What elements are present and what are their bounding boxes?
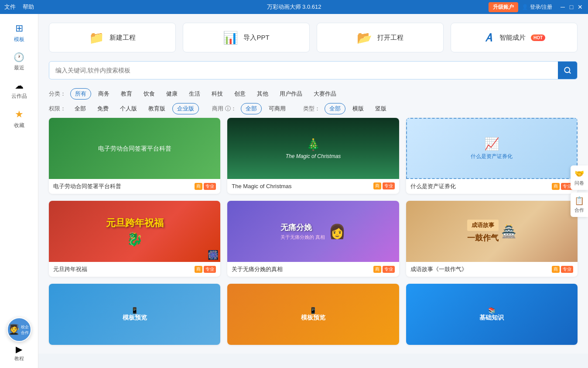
template-card-2[interactable]: 🎄 The Magic of Christmas The Magic of Ch… [227, 118, 399, 194]
filter-comm-all[interactable]: 全部 [241, 103, 262, 114]
type-filter-label: 类型： [303, 105, 320, 113]
search-input[interactable] [49, 62, 558, 78]
template-thumb-4: 元旦跨年祝福 🐉 🎆 [49, 201, 220, 262]
sidebar-item-cloud[interactable]: ☁ 云作品 [0, 77, 38, 103]
survey-button[interactable]: 🤝 问卷 [571, 165, 588, 190]
search-icon [564, 66, 571, 74]
filter-perm-enterprise[interactable]: 企业版 [172, 103, 199, 114]
import-ppt-label: 导入PPT [243, 34, 269, 42]
main-layout: ⊞ 模板 🕐 最近 ☁ 云作品 ★ 收藏 🧑‍🎓 校企合作 ▶ 教程 [0, 14, 588, 368]
filter-perm-edu[interactable]: 教育版 [144, 103, 170, 114]
badge-group-4: 商 专业 [195, 266, 216, 273]
login-label: 登录/注册 [530, 3, 552, 11]
upgrade-button[interactable]: 升级账户 [489, 2, 518, 12]
badge-pro-6: 专业 [561, 266, 573, 273]
filter-perm-personal[interactable]: 个人版 [116, 103, 141, 114]
sidebar-item-favorites[interactable]: ★ 收藏 [0, 105, 38, 133]
template-thumb-6: 成语故事 一鼓作气 🏯 [406, 201, 578, 262]
template-thumb-1: 电子劳动合同签署平台科普 [49, 118, 220, 179]
titlebar: 文件 帮助 万彩动画大师 3.0.612 升级账户 👤 登录/注册 ─ □ ✕ [0, 0, 588, 14]
template-card-1[interactable]: 电子劳动合同签署平台科普 电子劳动合同签署平台科普 商 专业 [49, 118, 220, 194]
sidebar-label-cloud: 云作品 [11, 93, 27, 100]
ai-generate-button[interactable]: Ａ 智能成片 HOT [451, 23, 578, 52]
sidebar-item-tutorial[interactable]: ▶ 教程 [0, 341, 38, 365]
login-button[interactable]: 👤 登录/注册 [522, 3, 552, 11]
minimize-button[interactable]: ─ [559, 3, 566, 10]
template-card-7[interactable]: 📱模板预览 [49, 284, 220, 345]
open-project-label: 打开工程 [377, 34, 403, 42]
template-card-4[interactable]: 元旦跨年祝福 🐉 🎆 元旦跨年祝福 商 专业 [49, 201, 220, 277]
template-thumb-8: 📱模板预览 [227, 284, 399, 345]
help-menu[interactable]: 帮助 [23, 3, 34, 11]
filter-type-portrait[interactable]: 竖版 [371, 103, 391, 114]
template-title-5: 关于无痛分娩的真相 [232, 265, 373, 273]
filter-type-all[interactable]: 全部 [325, 103, 345, 114]
filter-type-landscape[interactable]: 横版 [348, 103, 368, 114]
permission-filter-row: 权限： 全部 免费 个人版 教育版 企业版 商用 ⓘ： 全部 可商用 类型： 全… [49, 103, 578, 114]
app-title: 万彩动画大师 3.0.612 [267, 3, 321, 11]
filter-cat-food[interactable]: 饮食 [139, 89, 159, 99]
filter-cat-health[interactable]: 健康 [162, 89, 182, 99]
sidebar-item-template[interactable]: ⊞ 模板 [0, 19, 38, 47]
tutorial-icon: ▶ [16, 344, 22, 354]
sidebar-item-recent[interactable]: 🕐 最近 [0, 48, 38, 75]
new-project-button[interactable]: 📁 新建工程 [49, 23, 176, 52]
svg-line-1 [569, 72, 570, 73]
template-title-4: 元旦跨年祝福 [53, 265, 195, 273]
filter-cat-education[interactable]: 教育 [116, 89, 137, 99]
recent-icon: 🕐 [14, 52, 24, 62]
template-card-5[interactable]: 无痛分娩 关于无痛分娩的 真相 👩 关于无痛分娩的真相 商 专业 [227, 201, 399, 277]
campus-button[interactable]: 🧑‍🎓 校企合作 [7, 317, 31, 342]
badge-group-5: 商 专业 [373, 266, 395, 273]
template-card-3[interactable]: 📈 什么是资产证券化 什么是资产证券化 商 专业 [406, 118, 578, 194]
survey-icon: 🤝 [574, 169, 584, 179]
close-button[interactable]: ✕ [577, 3, 584, 10]
template-card-6[interactable]: 成语故事 一鼓作气 🏯 成语故事《一鼓作气》 商 专业 [406, 201, 578, 277]
template-info-5: 关于无痛分娩的真相 商 专业 [227, 262, 399, 277]
badge-shang-4: 商 [195, 266, 202, 273]
template-thumb-2: 🎄 The Magic of Christmas [227, 118, 399, 179]
import-ppt-icon: 📊 [223, 31, 238, 45]
collab-button[interactable]: 📋 合作 [571, 193, 588, 217]
sidebar-label-template: 模板 [14, 36, 24, 43]
cloud-icon: ☁ [15, 80, 24, 91]
titlebar-menus: 文件 帮助 [4, 3, 34, 11]
hot-badge: HOT [531, 34, 545, 41]
sidebar: ⊞ 模板 🕐 最近 ☁ 云作品 ★ 收藏 🧑‍🎓 校企合作 ▶ 教程 [0, 14, 38, 368]
titlebar-right: 升级账户 👤 登录/注册 ─ □ ✕ [489, 2, 584, 12]
badge-group-1: 商 专业 [195, 183, 216, 190]
open-project-button[interactable]: 📂 打开工程 [317, 23, 444, 52]
template-thumb-7: 📱模板预览 [49, 284, 220, 345]
filter-cat-life[interactable]: 生活 [185, 89, 205, 99]
badge-group-3: 商 专业 [552, 183, 573, 190]
permission-filter-label: 权限： [49, 105, 66, 113]
template-card-8[interactable]: 📱模板预览 [227, 284, 399, 345]
commercial-filter-label: 商用 ⓘ： [212, 105, 236, 113]
filter-cat-contest[interactable]: 大赛作品 [309, 89, 341, 99]
template-grid: 电子劳动合同签署平台科普 电子劳动合同签署平台科普 商 专业 [49, 118, 578, 345]
filter-comm-commercial[interactable]: 可商用 [264, 103, 290, 114]
filter-perm-free[interactable]: 免费 [93, 103, 113, 114]
template-info-3: 什么是资产证券化 商 专业 [406, 179, 578, 194]
badge-pro-4: 专业 [204, 266, 216, 273]
filter-cat-creative[interactable]: 创意 [230, 89, 250, 99]
sidebar-label-recent: 最近 [14, 64, 24, 72]
filter-cat-all[interactable]: 所有 [70, 88, 91, 100]
filter-cat-business[interactable]: 商务 [94, 89, 114, 99]
maximize-button[interactable]: □ [568, 3, 575, 10]
filter-perm-all[interactable]: 全部 [70, 103, 90, 114]
filter-cat-other[interactable]: 其他 [253, 89, 273, 99]
category-filter-row: 分类： 所有 商务 教育 饮食 健康 生活 科技 创意 其他 用户作品 大赛作品 [49, 88, 578, 100]
filter-cat-user[interactable]: 用户作品 [275, 89, 307, 99]
filter-cat-tech[interactable]: 科技 [207, 89, 227, 99]
file-menu[interactable]: 文件 [4, 3, 16, 11]
template-info-6: 成语故事《一鼓作气》 商 专业 [406, 262, 578, 277]
search-button[interactable] [558, 62, 577, 79]
template-card-9[interactable]: 📚基础知识 [406, 284, 578, 345]
template-thumb-5: 无痛分娩 关于无痛分娩的 真相 👩 [227, 201, 399, 262]
import-ppt-button[interactable]: 📊 导入PPT [183, 23, 310, 52]
template-title-2: The Magic of Christmas [232, 183, 373, 189]
template-thumb-9: 📚基础知识 [406, 284, 578, 345]
badge-group-2: 商 专业 [373, 182, 395, 189]
template-thumb-3: 📈 什么是资产证券化 [406, 118, 578, 179]
